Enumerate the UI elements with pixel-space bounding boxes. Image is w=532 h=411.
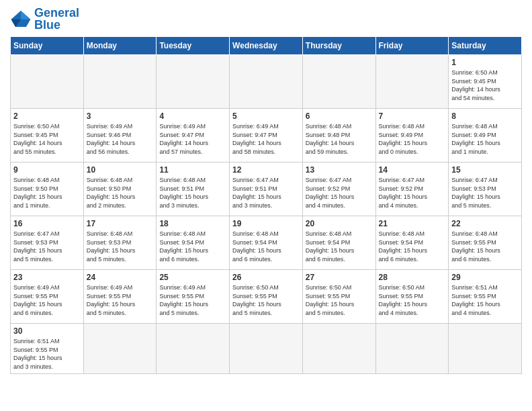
day-cell: 2Sunrise: 6:50 AM Sunset: 9:45 PM Daylig… xyxy=(11,109,84,163)
day-info: Sunrise: 6:47 AM Sunset: 9:52 PM Dayligh… xyxy=(306,176,373,210)
day-header-saturday: Saturday xyxy=(449,37,522,55)
day-header-sunday: Sunday xyxy=(11,37,84,55)
day-number: 1 xyxy=(451,58,519,67)
day-number: 8 xyxy=(451,111,519,121)
day-header-tuesday: Tuesday xyxy=(157,37,230,55)
day-cell xyxy=(302,324,375,374)
week-row-1: 1Sunrise: 6:50 AM Sunset: 9:45 PM Daylig… xyxy=(11,55,522,109)
day-cell xyxy=(11,55,84,109)
day-info: Sunrise: 6:48 AM Sunset: 9:49 PM Dayligh… xyxy=(379,122,446,156)
day-info: Sunrise: 6:48 AM Sunset: 9:53 PM Dayligh… xyxy=(87,230,154,263)
day-cell: 17Sunrise: 6:48 AM Sunset: 9:53 PM Dayli… xyxy=(83,216,157,270)
day-info: Sunrise: 6:47 AM Sunset: 9:53 PM Dayligh… xyxy=(13,230,81,263)
day-cell: 5Sunrise: 6:49 AM Sunset: 9:47 PM Daylig… xyxy=(230,109,303,163)
logo-text: GeneralBlue xyxy=(34,7,79,31)
day-info: Sunrise: 6:49 AM Sunset: 9:46 PM Dayligh… xyxy=(87,122,154,156)
day-number: 18 xyxy=(159,219,226,228)
header: GeneralBlue xyxy=(10,7,522,31)
day-info: Sunrise: 6:49 AM Sunset: 9:55 PM Dayligh… xyxy=(87,283,154,317)
day-cell: 12Sunrise: 6:47 AM Sunset: 9:51 PM Dayli… xyxy=(230,163,303,216)
week-row-5: 23Sunrise: 6:49 AM Sunset: 9:55 PM Dayli… xyxy=(11,270,522,324)
day-number: 9 xyxy=(13,165,81,175)
day-header-wednesday: Wednesday xyxy=(230,37,303,55)
day-number: 10 xyxy=(87,165,154,175)
day-info: Sunrise: 6:48 AM Sunset: 9:50 PM Dayligh… xyxy=(87,176,154,210)
day-info: Sunrise: 6:48 AM Sunset: 9:48 PM Dayligh… xyxy=(306,122,373,156)
week-row-6: 30Sunrise: 6:51 AM Sunset: 9:55 PM Dayli… xyxy=(11,324,522,374)
day-cell: 6Sunrise: 6:48 AM Sunset: 9:48 PM Daylig… xyxy=(302,109,375,163)
day-info: Sunrise: 6:48 AM Sunset: 9:54 PM Dayligh… xyxy=(306,230,373,263)
day-info: Sunrise: 6:48 AM Sunset: 9:54 PM Dayligh… xyxy=(232,230,300,263)
svg-marker-1 xyxy=(21,11,30,19)
day-info: Sunrise: 6:48 AM Sunset: 9:49 PM Dayligh… xyxy=(451,122,519,156)
logo-icon xyxy=(10,9,32,28)
day-cell xyxy=(375,55,449,109)
day-cell xyxy=(230,55,303,109)
day-number: 16 xyxy=(13,219,81,228)
day-info: Sunrise: 6:47 AM Sunset: 9:53 PM Dayligh… xyxy=(451,176,519,210)
day-cell xyxy=(302,55,375,109)
day-number: 23 xyxy=(13,273,81,282)
day-number: 12 xyxy=(232,165,300,175)
day-number: 6 xyxy=(306,111,373,121)
day-info: Sunrise: 6:48 AM Sunset: 9:54 PM Dayligh… xyxy=(379,230,446,263)
day-info: Sunrise: 6:48 AM Sunset: 9:50 PM Dayligh… xyxy=(13,176,81,210)
day-header-thursday: Thursday xyxy=(302,37,375,55)
day-number: 26 xyxy=(232,273,300,282)
day-number: 25 xyxy=(159,273,226,282)
day-info: Sunrise: 6:50 AM Sunset: 9:55 PM Dayligh… xyxy=(379,283,446,317)
day-cell: 3Sunrise: 6:49 AM Sunset: 9:46 PM Daylig… xyxy=(83,109,157,163)
day-cell xyxy=(83,324,157,374)
week-row-3: 9Sunrise: 6:48 AM Sunset: 9:50 PM Daylig… xyxy=(11,163,522,216)
day-info: Sunrise: 6:48 AM Sunset: 9:55 PM Dayligh… xyxy=(451,230,519,263)
day-number: 7 xyxy=(379,111,446,121)
day-cell: 30Sunrise: 6:51 AM Sunset: 9:55 PM Dayli… xyxy=(11,324,84,374)
day-number: 5 xyxy=(232,111,300,121)
day-cell xyxy=(83,55,157,109)
day-cell: 24Sunrise: 6:49 AM Sunset: 9:55 PM Dayli… xyxy=(83,270,157,324)
day-number: 24 xyxy=(87,273,154,282)
day-cell xyxy=(230,324,303,374)
day-number: 20 xyxy=(306,219,373,228)
day-cell: 14Sunrise: 6:47 AM Sunset: 9:52 PM Dayli… xyxy=(375,163,449,216)
day-cell: 7Sunrise: 6:48 AM Sunset: 9:49 PM Daylig… xyxy=(375,109,449,163)
day-info: Sunrise: 6:49 AM Sunset: 9:55 PM Dayligh… xyxy=(13,283,81,317)
day-cell: 29Sunrise: 6:51 AM Sunset: 9:55 PM Dayli… xyxy=(449,270,522,324)
day-info: Sunrise: 6:49 AM Sunset: 9:55 PM Dayligh… xyxy=(159,283,226,317)
day-cell: 23Sunrise: 6:49 AM Sunset: 9:55 PM Dayli… xyxy=(11,270,84,324)
day-number: 27 xyxy=(306,273,373,282)
week-row-2: 2Sunrise: 6:50 AM Sunset: 9:45 PM Daylig… xyxy=(11,109,522,163)
day-info: Sunrise: 6:50 AM Sunset: 9:55 PM Dayligh… xyxy=(306,283,373,317)
day-cell: 13Sunrise: 6:47 AM Sunset: 9:52 PM Dayli… xyxy=(302,163,375,216)
day-number: 2 xyxy=(13,111,81,121)
day-header-monday: Monday xyxy=(83,37,157,55)
day-number: 28 xyxy=(379,273,446,282)
day-info: Sunrise: 6:49 AM Sunset: 9:47 PM Dayligh… xyxy=(232,122,300,156)
day-cell xyxy=(157,55,230,109)
day-number: 22 xyxy=(451,219,519,228)
day-info: Sunrise: 6:47 AM Sunset: 9:51 PM Dayligh… xyxy=(232,176,300,210)
day-number: 13 xyxy=(306,165,373,175)
day-info: Sunrise: 6:50 AM Sunset: 9:45 PM Dayligh… xyxy=(13,122,81,156)
day-cell: 28Sunrise: 6:50 AM Sunset: 9:55 PM Dayli… xyxy=(375,270,449,324)
day-number: 21 xyxy=(379,219,446,228)
day-cell: 16Sunrise: 6:47 AM Sunset: 9:53 PM Dayli… xyxy=(11,216,84,270)
day-info: Sunrise: 6:50 AM Sunset: 9:45 PM Dayligh… xyxy=(451,68,519,102)
day-info: Sunrise: 6:47 AM Sunset: 9:52 PM Dayligh… xyxy=(379,176,446,210)
day-cell: 15Sunrise: 6:47 AM Sunset: 9:53 PM Dayli… xyxy=(449,163,522,216)
day-number: 19 xyxy=(232,219,300,228)
page: GeneralBlue SundayMondayTuesdayWednesday… xyxy=(0,0,532,384)
day-cell xyxy=(157,324,230,374)
day-number: 30 xyxy=(13,326,81,336)
day-number: 4 xyxy=(159,111,226,121)
calendar-table: SundayMondayTuesdayWednesdayThursdayFrid… xyxy=(10,36,522,374)
day-info: Sunrise: 6:48 AM Sunset: 9:54 PM Dayligh… xyxy=(159,230,226,263)
day-cell: 20Sunrise: 6:48 AM Sunset: 9:54 PM Dayli… xyxy=(302,216,375,270)
day-info: Sunrise: 6:51 AM Sunset: 9:55 PM Dayligh… xyxy=(13,337,81,371)
day-cell xyxy=(449,324,522,374)
header-row: SundayMondayTuesdayWednesdayThursdayFrid… xyxy=(11,37,522,55)
day-cell: 10Sunrise: 6:48 AM Sunset: 9:50 PM Dayli… xyxy=(83,163,157,216)
logo: GeneralBlue xyxy=(10,7,79,31)
day-number: 14 xyxy=(379,165,446,175)
day-cell: 11Sunrise: 6:48 AM Sunset: 9:51 PM Dayli… xyxy=(157,163,230,216)
